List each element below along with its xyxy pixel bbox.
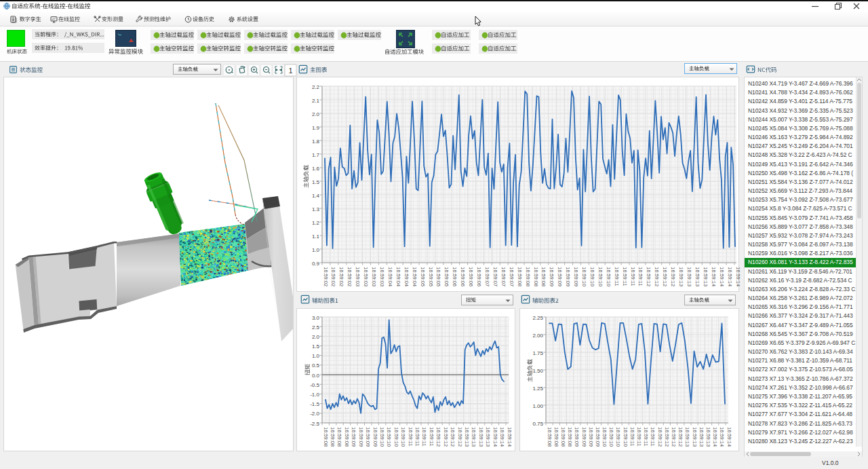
svg-text:16:59:13: 16:59:13: [678, 267, 684, 286]
svg-text:16:59:03: 16:59:03: [363, 267, 369, 286]
svg-text:16:59:04: 16:59:04: [387, 267, 393, 286]
svg-text:16:59:02: 16:59:02: [347, 267, 353, 286]
svg-text:-2.0: -2.0: [310, 411, 319, 417]
svg-text:16:59:11: 16:59:11: [408, 427, 414, 447]
svg-text:1.3: 1.3: [312, 206, 320, 212]
svg-text:16:59:08: 16:59:08: [567, 427, 573, 447]
svg-text:16:59:13: 16:59:13: [694, 267, 701, 286]
svg-text:1.5: 1.5: [312, 343, 320, 350]
svg-text:0.9: 0.9: [312, 261, 320, 267]
svg-text:16:59:11: 16:59:11: [421, 427, 427, 447]
svg-text:16:59:02: 16:59:02: [330, 267, 336, 286]
svg-text:1.0: 1.0: [312, 247, 320, 253]
svg-text:16:59:11: 16:59:11: [636, 427, 642, 447]
svg-text:16:59:12: 16:59:12: [457, 427, 463, 447]
svg-text:16:59:05: 16:59:05: [443, 267, 450, 286]
svg-text:16:59:14: 16:59:14: [735, 267, 741, 286]
svg-text:16:59:12: 16:59:12: [670, 267, 676, 286]
svg-text:16:59:09: 16:59:09: [573, 267, 579, 286]
svg-text:16:59:13: 16:59:13: [485, 427, 491, 447]
svg-text:-1.0: -1.0: [310, 392, 319, 398]
svg-text:16:59:09: 16:59:09: [351, 427, 357, 447]
svg-text:1.7: 1.7: [312, 152, 320, 158]
svg-text:1.4: 1.4: [312, 193, 320, 199]
svg-text:1.00: 1.00: [532, 403, 543, 409]
svg-text:16:59:12: 16:59:12: [443, 427, 449, 447]
svg-text:16:59:08: 16:59:08: [323, 427, 329, 447]
svg-text:2.0: 2.0: [312, 111, 320, 117]
svg-text:16:59:09: 16:59:09: [372, 427, 378, 447]
svg-text:1.9: 1.9: [312, 125, 320, 131]
svg-text:16:59:08: 16:59:08: [336, 427, 342, 447]
svg-text:1.2: 1.2: [312, 220, 320, 226]
svg-text:16:59:03: 16:59:03: [355, 267, 361, 286]
svg-text:16:59:07: 16:59:07: [484, 267, 490, 286]
svg-text:16:59:10: 16:59:10: [400, 427, 406, 447]
svg-text:16:59:06: 16:59:06: [460, 267, 466, 286]
svg-text:16:59:11: 16:59:11: [629, 427, 635, 447]
svg-text:16:59:11: 16:59:11: [630, 267, 636, 286]
svg-text:16:59:03: 16:59:03: [379, 267, 385, 286]
svg-text:16:59:09: 16:59:09: [549, 267, 555, 286]
svg-text:16:59:02: 16:59:02: [338, 267, 344, 286]
svg-text:16:59:11: 16:59:11: [622, 267, 628, 286]
svg-text:-0.5: -0.5: [310, 382, 319, 388]
svg-text:-1.5: -1.5: [310, 401, 319, 407]
svg-text:16:59:13: 16:59:13: [464, 427, 470, 447]
svg-text:16:59:12: 16:59:12: [677, 427, 684, 447]
svg-text:16:59:13: 16:59:13: [686, 267, 692, 286]
svg-text:1.6: 1.6: [312, 166, 320, 172]
svg-text:16:59:14: 16:59:14: [719, 267, 725, 286]
svg-text:16:59:13: 16:59:13: [684, 427, 690, 447]
svg-text:16:59:13: 16:59:13: [471, 427, 477, 447]
svg-text:16:59:14: 16:59:14: [499, 427, 505, 447]
svg-text:16:59:09: 16:59:09: [595, 427, 601, 447]
svg-text:16:59:04: 16:59:04: [412, 267, 418, 286]
svg-text:16:59:11: 16:59:11: [414, 427, 420, 447]
svg-text:16:59:14: 16:59:14: [726, 427, 732, 447]
svg-text:16:59:11: 16:59:11: [637, 267, 644, 286]
svg-text:16:59:08: 16:59:08: [344, 427, 350, 447]
svg-text:1.50: 1.50: [532, 368, 543, 374]
svg-text:16:59:05: 16:59:05: [420, 267, 426, 286]
svg-text:16:59:11: 16:59:11: [643, 427, 649, 447]
svg-text:16:59:12: 16:59:12: [662, 267, 668, 286]
svg-text:16:59:08: 16:59:08: [560, 427, 566, 447]
svg-text:16:59:06: 16:59:06: [476, 267, 482, 286]
svg-text:16:59:08: 16:59:08: [517, 267, 523, 286]
svg-text:16:59:08: 16:59:08: [330, 427, 336, 447]
svg-text:16:59:05: 16:59:05: [435, 267, 441, 286]
svg-text:16:59:03: 16:59:03: [371, 267, 377, 286]
svg-text:16:59:12: 16:59:12: [664, 427, 670, 447]
svg-text:16:59:08: 16:59:08: [547, 427, 553, 447]
svg-text:16:59:10: 16:59:10: [615, 427, 621, 447]
svg-text:16:59:06: 16:59:06: [452, 267, 458, 286]
svg-text:16:59:08: 16:59:08: [540, 267, 547, 286]
svg-text:16:59:04: 16:59:04: [403, 267, 410, 286]
svg-text:16:59:10: 16:59:10: [623, 427, 629, 447]
svg-text:0.75: 0.75: [532, 421, 543, 427]
svg-text:16:59:05: 16:59:05: [428, 267, 434, 286]
svg-text:16:59:14: 16:59:14: [711, 267, 717, 286]
svg-text:16:59:14: 16:59:14: [507, 427, 513, 447]
svg-text:1.75: 1.75: [532, 350, 543, 356]
svg-text:16:59:13: 16:59:13: [692, 427, 698, 447]
svg-text:16:59:07: 16:59:07: [500, 267, 507, 286]
svg-text:-2.5: -2.5: [310, 421, 319, 427]
svg-text:16:59:08: 16:59:08: [525, 267, 531, 286]
svg-text:16:59:12: 16:59:12: [671, 427, 677, 447]
svg-text:16:59:06: 16:59:06: [468, 267, 474, 286]
svg-text:16:59:10: 16:59:10: [393, 427, 399, 447]
svg-text:16:59:12: 16:59:12: [657, 427, 663, 447]
svg-text:0.0: 0.0: [312, 373, 320, 379]
svg-text:0.5: 0.5: [312, 362, 320, 369]
svg-text:3.0: 3.0: [312, 315, 320, 321]
svg-text:16:59:09: 16:59:09: [557, 267, 563, 286]
svg-text:16:59:13: 16:59:13: [703, 267, 709, 286]
svg-text:1.5: 1.5: [312, 179, 320, 185]
svg-text:16:59:10: 16:59:10: [601, 427, 608, 447]
svg-text:16:59:09: 16:59:09: [358, 427, 364, 447]
svg-text:16:59:14: 16:59:14: [712, 427, 718, 447]
svg-text:2.25: 2.25: [532, 315, 543, 321]
svg-text:16:59:14: 16:59:14: [492, 427, 498, 447]
